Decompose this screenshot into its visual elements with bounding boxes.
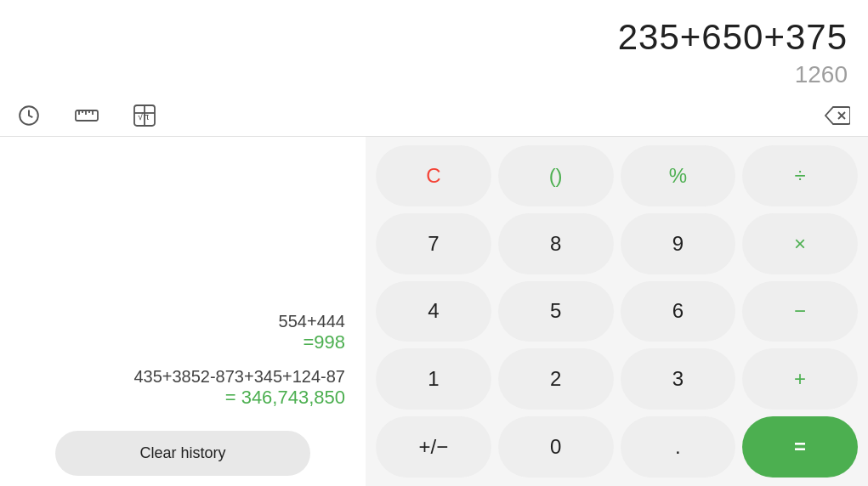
formula-icon[interactable]: √π (129, 100, 160, 131)
history-expression-1: 554+444 (20, 312, 345, 331)
key-3[interactable]: 3 (621, 348, 736, 410)
keypad: C () % ÷ 7 8 9 × 4 5 6 − 1 2 3 + +/− 0 .… (366, 137, 868, 486)
key-9[interactable]: 9 (621, 213, 736, 274)
key-parentheses[interactable]: () (498, 145, 614, 206)
main-result: 1260 (795, 61, 848, 88)
key-decimal[interactable]: . (621, 416, 736, 478)
key-equals[interactable]: = (742, 416, 858, 478)
key-negate[interactable]: +/− (376, 416, 491, 478)
key-add[interactable]: + (742, 348, 858, 410)
key-4[interactable]: 4 (376, 281, 491, 342)
key-divide[interactable]: ÷ (742, 145, 858, 206)
display-area: 235+650+375 1260 (0, 0, 868, 95)
history-icon[interactable] (14, 100, 44, 131)
toolbar: √π (0, 95, 868, 137)
history-result-1: =998 (20, 331, 345, 353)
key-multiply[interactable]: × (742, 213, 858, 274)
history-entry-2: 435+3852-873+345+124-87 = 346,743,850 (20, 367, 345, 421)
key-1[interactable]: 1 (376, 348, 491, 410)
key-percent[interactable]: % (621, 145, 736, 206)
key-subtract[interactable]: − (742, 281, 858, 342)
main-expression: 235+650+375 (618, 17, 848, 58)
key-6[interactable]: 6 (621, 281, 736, 342)
key-0[interactable]: 0 (498, 416, 614, 478)
key-5[interactable]: 5 (498, 281, 614, 342)
history-entry-1: 554+444 =998 (20, 312, 345, 365)
key-8[interactable]: 8 (498, 213, 614, 274)
ruler-icon[interactable] (71, 100, 102, 131)
backspace-button[interactable] (820, 100, 854, 131)
key-7[interactable]: 7 (376, 213, 491, 274)
main-body: 554+444 =998 435+3852-873+345+124-87 = 3… (0, 137, 868, 486)
history-panel: 554+444 =998 435+3852-873+345+124-87 = 3… (0, 137, 366, 486)
clear-history-button[interactable]: Clear history (55, 431, 310, 476)
history-entries: 554+444 =998 435+3852-873+345+124-87 = 3… (20, 147, 345, 421)
key-clear[interactable]: C (376, 145, 491, 206)
history-expression-2: 435+3852-873+345+124-87 (20, 367, 345, 387)
history-result-2: = 346,743,850 (20, 387, 345, 409)
key-2[interactable]: 2 (498, 348, 614, 410)
